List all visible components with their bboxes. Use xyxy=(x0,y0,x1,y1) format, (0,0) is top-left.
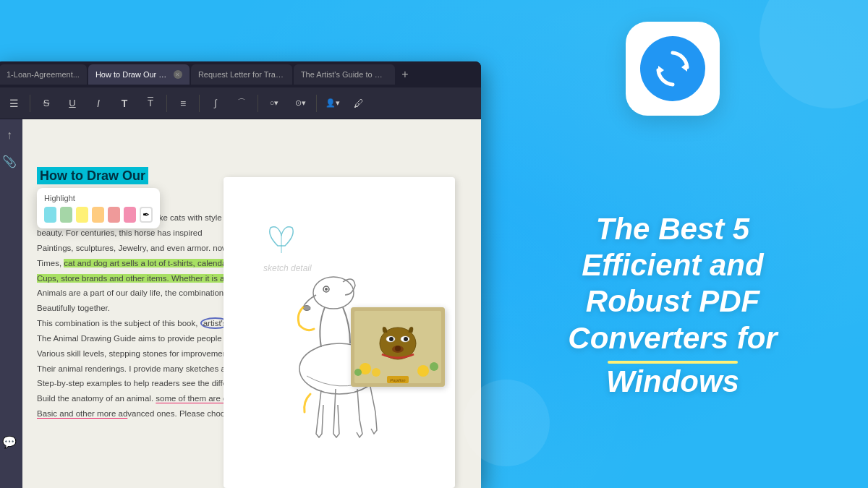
menu-icon[interactable]: ☰ xyxy=(2,92,25,115)
color-orange[interactable] xyxy=(92,207,104,223)
document-area: ↑ 📎 💬 Highlight ✒ xyxy=(0,119,481,488)
share-icon[interactable]: ↑ xyxy=(0,125,20,145)
list-icon[interactable]: ≡ xyxy=(171,92,195,115)
svg-point-4 xyxy=(303,306,310,311)
deco-circle-2 xyxy=(463,380,550,466)
svg-point-3 xyxy=(325,288,328,291)
circle-dropdown[interactable]: ○▾ xyxy=(263,92,286,115)
deco-circle-1 xyxy=(760,0,868,108)
document-sidebar: ↑ 📎 💬 xyxy=(0,119,22,488)
text-icon[interactable]: T xyxy=(113,92,136,115)
tab-close-icon[interactable]: ✕ xyxy=(174,70,182,79)
toolbar-separator-3 xyxy=(199,95,200,112)
toolbar-separator-1 xyxy=(30,95,30,112)
tab-artist[interactable]: The Artist's Guide to Draw... xyxy=(294,64,395,85)
svg-point-19 xyxy=(430,362,438,371)
color-green[interactable] xyxy=(60,207,72,223)
toolbar-separator-2 xyxy=(166,95,167,112)
curve-icon[interactable]: ∫ xyxy=(204,92,227,115)
svg-point-12 xyxy=(404,337,408,341)
svg-marker-22 xyxy=(681,63,687,72)
pet-photo-svg: Papillon xyxy=(351,307,445,387)
strikethrough-icon[interactable]: S xyxy=(35,92,58,115)
highlight-label: Highlight xyxy=(44,194,153,202)
user-dropdown[interactable]: 👤▾ xyxy=(321,92,344,115)
app-icon xyxy=(626,22,720,116)
svg-marker-23 xyxy=(658,66,664,74)
svg-point-14 xyxy=(395,346,401,351)
underline-icon[interactable]: U xyxy=(61,92,84,115)
new-tab-button[interactable]: + xyxy=(396,66,414,83)
svg-point-17 xyxy=(354,369,362,376)
heading-line1: The Best 5 xyxy=(568,211,777,247)
toolbar-separator-5 xyxy=(316,95,317,112)
color-red[interactable] xyxy=(108,207,120,223)
svg-point-18 xyxy=(417,365,429,377)
heading-line3: Robust PDF xyxy=(568,283,777,320)
shape-icon[interactable]: ⌒ xyxy=(230,92,253,115)
heading-line4: Converters for xyxy=(568,320,777,356)
sync-arrows-icon xyxy=(651,47,694,90)
tab-label: 1-Loan-Agreement... xyxy=(7,70,80,79)
tab-loan[interactable]: 1-Loan-Agreement... xyxy=(0,64,87,85)
document-title-highlighted: How to Draw Our xyxy=(37,167,148,184)
tab-draw[interactable]: How to Draw Our Favo... ✕ xyxy=(88,64,190,85)
tab-label-artist: The Artist's Guide to Draw... xyxy=(301,70,388,79)
document-content: Highlight ✒ How to Draw Our xyxy=(22,119,481,488)
tab-label-request: Request Letter for Trans... xyxy=(198,70,285,79)
svg-point-1 xyxy=(313,277,354,309)
color-cyan[interactable] xyxy=(44,207,56,223)
tab-request[interactable]: Request Letter for Trans... xyxy=(191,64,292,85)
tab-bar: 1-Loan-Agreement... How to Draw Our Favo… xyxy=(0,61,481,87)
heading-line5: Windows xyxy=(568,364,777,400)
italic-icon[interactable]: I xyxy=(87,92,110,115)
svg-text:Papillon: Papillon xyxy=(390,378,406,382)
svg-text:sketch detail: sketch detail xyxy=(263,263,312,273)
toolbar-separator-4 xyxy=(258,95,258,112)
pdf-editor-window: 1-Loan-Agreement... How to Draw Our Favo… xyxy=(0,61,481,488)
app-icon-circle xyxy=(640,36,705,101)
heading-area: The Best 5 Efficient and Robust PDF Conv… xyxy=(568,211,777,401)
color-yellow[interactable] xyxy=(76,207,88,223)
color-pink[interactable] xyxy=(124,207,136,223)
pen-icon[interactable]: 🖊 xyxy=(347,92,370,115)
svg-point-16 xyxy=(372,368,380,377)
bookmark-icon[interactable]: 📎 xyxy=(0,151,20,171)
target-dropdown[interactable]: ⊙▾ xyxy=(289,92,312,115)
highlight-popup: Highlight ✒ xyxy=(37,188,160,228)
chat-icon[interactable]: 💬 xyxy=(0,432,20,452)
left-panel: 1-Loan-Agreement... How to Draw Our Favo… xyxy=(0,0,477,488)
heading-line2: Efficient and xyxy=(568,247,777,283)
pen-tool-icon[interactable]: ✒ xyxy=(140,207,153,223)
text-format-icon[interactable]: T xyxy=(139,92,162,115)
toolbar: ☰ S U I T T ≡ ∫ ⌒ ○▾ ⊙▾ 👤▾ 🖊 xyxy=(0,87,481,119)
highlight-color-picker: ✒ xyxy=(44,207,153,223)
pet-photo: Papillon xyxy=(351,307,445,387)
tab-label-active: How to Draw Our Favo... xyxy=(95,70,169,79)
underlined-text-2: Basic and other more ad xyxy=(37,409,127,418)
svg-point-10 xyxy=(389,337,393,341)
right-panel: The Best 5 Efficient and Robust PDF Conv… xyxy=(477,0,868,488)
